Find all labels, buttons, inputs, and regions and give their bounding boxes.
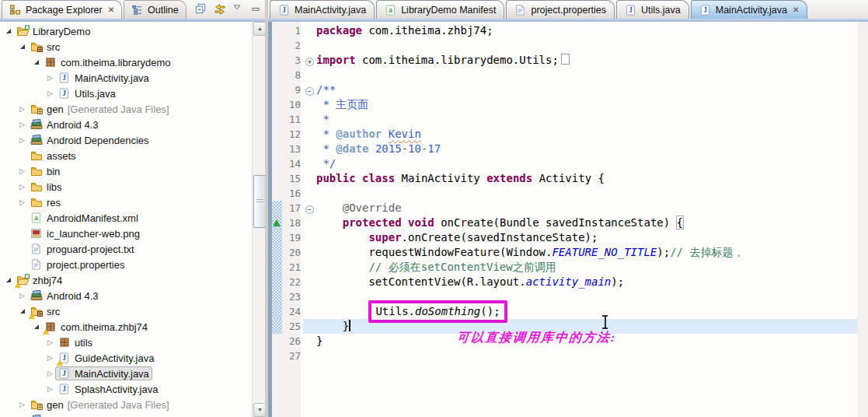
tree-arrow-icon[interactable]: ▷: [17, 194, 27, 210]
line-number: 2: [282, 38, 303, 53]
tree-arrow-icon[interactable]: ▷: [45, 381, 55, 397]
link-with-editor-button[interactable]: [214, 2, 227, 15]
tree-item-suffix: [Generated Java Files]: [68, 103, 169, 115]
tree-item-src[interactable]: src: [0, 39, 252, 54]
code-line-9: 9−/**: [272, 82, 857, 97]
tree-item-referenced-libraries[interactable]: ▷Referenced Libraries: [0, 412, 252, 417]
tree-arrow-icon[interactable]: ▷: [17, 163, 27, 179]
fold-expand-icon[interactable]: +: [305, 58, 314, 66]
code-text[interactable]: public class MainActivity extends Activi…: [316, 171, 857, 186]
tree-item-libs[interactable]: ▷libs: [0, 179, 252, 194]
editor-tab-mainactivity-java-0[interactable]: JMainActivity.java: [270, 0, 375, 19]
tree-arrow-icon[interactable]: ▷: [17, 397, 27, 412]
editor-tab-project-properties-2[interactable]: project.properties: [506, 0, 615, 19]
code-text[interactable]: import com.itheima.librarydemo.Utils;: [316, 53, 857, 68]
tree-item-res[interactable]: ▷res: [0, 194, 252, 210]
tree-item-com-itheima-librarydemo[interactable]: com.itheima.librarydemo: [0, 54, 252, 70]
tree-item-content: Android 4.3: [27, 117, 102, 131]
tree-arrow-icon[interactable]: [31, 319, 41, 335]
tree-arrow-icon[interactable]: ▷: [45, 350, 55, 366]
tree-arrow-icon[interactable]: ▷: [17, 101, 27, 117]
tree-scrollbar[interactable]: ▲ ▼: [252, 22, 266, 417]
tree-item-label: GuideActivity.java: [75, 352, 154, 364]
fold-collapse-icon[interactable]: −: [305, 87, 314, 96]
code-text[interactable]: [316, 68, 857, 82]
tree-item-androidmanifest-xml[interactable]: aAndroidManifest.xml: [0, 210, 252, 226]
code-text[interactable]: setContentView(R.layout.activity_main);: [316, 275, 857, 289]
tree-item-assets[interactable]: assets: [0, 148, 252, 163]
tree-item-android-4-3[interactable]: ▷Android 4.3: [0, 117, 252, 132]
editor-tab-utils-java-3[interactable]: JUtils.java: [616, 0, 689, 19]
editor-tab-librarydemo-manifest-1[interactable]: aLibraryDemo Manifest: [376, 0, 504, 19]
svg-text:a: a: [389, 6, 392, 14]
tree-item-gen[interactable]: ▷gen [Generated Java Files]: [0, 397, 252, 412]
code-text[interactable]: [316, 38, 857, 53]
code-text[interactable]: [316, 349, 857, 363]
code-text[interactable]: package com.itheima.zhbj74;: [316, 23, 857, 38]
tree-item-com-itheima-zhbj74[interactable]: com.itheima.zhbj74: [0, 319, 252, 335]
tree-arrow-icon[interactable]: ▷: [17, 412, 27, 417]
tree-arrow-icon[interactable]: ▷: [45, 86, 55, 101]
minimize-button[interactable]: [251, 2, 264, 15]
code-text[interactable]: * 主页面: [316, 97, 857, 112]
tree-arrow-icon[interactable]: ▷: [17, 288, 27, 303]
code-text[interactable]: super.onCreate(savedInstanceState);: [316, 230, 857, 245]
code-text[interactable]: @Override: [316, 201, 857, 216]
tree-item-src[interactable]: src: [0, 303, 252, 319]
code-text[interactable]: [316, 186, 857, 201]
warning-overlay-icon: [15, 282, 21, 288]
text-file-icon: [30, 258, 43, 271]
tree-arrow-icon[interactable]: ▷: [45, 70, 55, 86]
tree-arrow-icon[interactable]: [17, 39, 27, 54]
tree-item-android-4-3[interactable]: ▷Android 4.3: [0, 288, 252, 303]
annotation-ruler-cell: [272, 112, 282, 127]
tree-item-utils[interactable]: ▷utils: [0, 335, 252, 350]
line-number: 18: [282, 216, 303, 230]
tree-item-ic-launcher-web-png[interactable]: ic_launcher-web.png: [0, 226, 252, 241]
code-text[interactable]: *: [316, 112, 857, 127]
tree-item-project-properties[interactable]: project.properties: [0, 257, 252, 272]
tree-item-utils-java[interactable]: ▷JUtils.java: [0, 86, 252, 101]
fold-collapse-icon[interactable]: −: [305, 205, 314, 214]
tree-item-guideactivity-java[interactable]: ▷JGuideActivity.java: [0, 350, 252, 366]
tree-item-gen[interactable]: ▷gen [Generated Java Files]: [0, 101, 252, 117]
code-text[interactable]: /**: [316, 82, 857, 97]
code-text[interactable]: protected void onCreate(Bundle savedInst…: [316, 216, 857, 230]
code-line-10: 10 * 主页面: [272, 97, 857, 112]
code-segment: com.itheima.librarydemo.Utils;: [356, 54, 559, 66]
tree-arrow-icon[interactable]: ▷: [45, 335, 55, 350]
tree-arrow-icon[interactable]: [3, 272, 13, 288]
view-tab-package-explorer[interactable]: Package Explorer✕: [2, 0, 122, 19]
code-text[interactable]: Utils.doSomthing();: [316, 304, 857, 319]
tree-item-zhbj74[interactable]: zhbj74: [0, 272, 252, 288]
editor-tab-mainactivity-java-4[interactable]: JMainActivity.java✕: [691, 0, 808, 19]
annotation-ruler-cell: [272, 186, 282, 201]
tree-arrow-icon[interactable]: ▷: [45, 366, 55, 381]
tree-item-mainactivity-java[interactable]: ▷JMainActivity.java: [0, 70, 252, 86]
tree-arrow-icon[interactable]: [17, 303, 27, 319]
code-text[interactable]: // 必须在setContentView之前调用: [316, 260, 857, 275]
tree-arrow-icon[interactable]: ▷: [17, 179, 27, 194]
tree-item-librarydemo[interactable]: LibraryDemo: [0, 23, 252, 39]
view-tab-outline[interactable]: Outline: [124, 0, 186, 19]
tree-arrow-icon[interactable]: [31, 54, 41, 70]
code-text[interactable]: */: [316, 156, 857, 171]
tree-item-bin[interactable]: ▷bin: [0, 163, 252, 179]
tree-arrow-icon[interactable]: ▷: [17, 117, 27, 132]
tree-item-mainactivity-java[interactable]: ▷JMainActivity.java: [0, 366, 252, 381]
tree-item-label: res: [47, 197, 61, 208]
tree-item-proguard-project-txt[interactable]: proguard-project.txt: [0, 241, 252, 257]
java-file-icon: J: [699, 4, 712, 16]
view-menu-button[interactable]: [232, 2, 246, 15]
collapse-all-button[interactable]: [195, 2, 208, 15]
close-icon[interactable]: ✕: [108, 5, 114, 14]
code-text[interactable]: * @date 2015-10-17: [316, 142, 857, 156]
code-text[interactable]: requestWindowFeature(Window.FEATURE_NO_T…: [316, 245, 857, 260]
close-icon[interactable]: ✕: [793, 5, 799, 14]
fold-ruler-cell: [303, 230, 316, 245]
tree-item-splashactivity-java[interactable]: ▷JSplashActivity.java: [0, 381, 252, 397]
tree-arrow-icon[interactable]: ▷: [17, 132, 27, 148]
tree-item-android-dependencies[interactable]: ▷Android Dependencies: [0, 132, 252, 148]
code-text[interactable]: * @author Kevin: [316, 127, 857, 142]
tree-arrow-icon[interactable]: [3, 23, 13, 39]
